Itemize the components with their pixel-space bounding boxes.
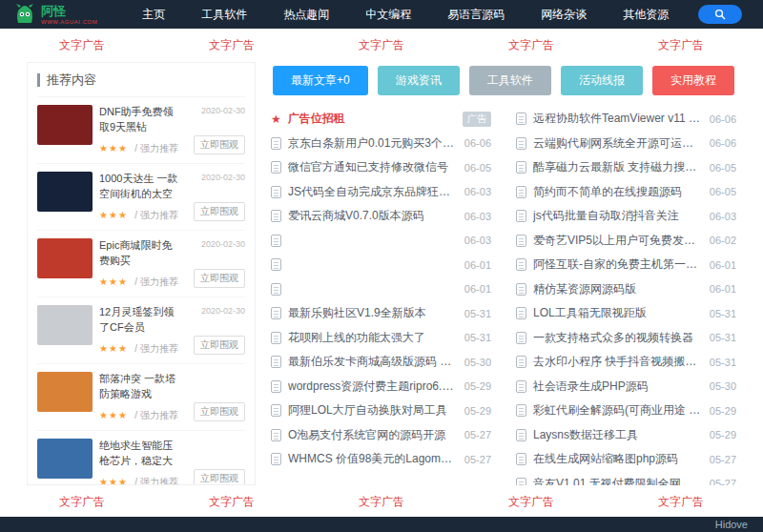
article-row[interactable]: wordpress资源付费主题ripro6.7含美化包教程 05-29: [271, 375, 491, 399]
article-row[interactable]: 云端购代刷网系统全开源可运营程序搭建 06-06: [516, 132, 736, 156]
recommended-item[interactable]: 1000天达生 一款空间街机的太空模拟经营游戏 ★★★ / 强力推荐 2020-…: [37, 164, 245, 231]
article-title: 酷享磁力云最新版 支持磁力搜索下载和一键推送: [533, 159, 703, 175]
article-date: 06-03: [464, 186, 491, 197]
recommend-note: / 强力推荐: [134, 343, 178, 354]
text-ad-link[interactable]: 文字广告: [508, 494, 554, 510]
category-button[interactable]: 游戏资讯: [378, 66, 460, 95]
view-now-button[interactable]: 立即围观: [194, 135, 245, 154]
article-row[interactable]: 06-01: [271, 253, 491, 277]
footer: Hidove: [0, 517, 763, 532]
recommended-list: DNF助手免费领取9天黑钻 ★★★ / 强力推荐 2020-02-30 立即围观: [37, 97, 245, 485]
nav-link[interactable]: 中文编程: [365, 7, 411, 23]
text-ad-link[interactable]: 文字广告: [658, 494, 704, 510]
article-row[interactable]: Laysns数据迁移工具 05-29: [516, 423, 736, 448]
article-row[interactable]: WHMCS 价值98美元的Lagom主题模板开源 05-27: [271, 447, 491, 472]
article-row[interactable]: 06-03: [271, 229, 491, 254]
article-row[interactable]: 彩虹代刷全解源码(可商业用途 防黑) 05-29: [516, 399, 736, 423]
article-date: 05-29: [464, 405, 491, 417]
article-row[interactable]: 京东白条新用户0.01元购买3个月爱奇艺黄金VIP 06-06: [271, 132, 491, 156]
article-title: 在线生成网站缩略图php源码: [533, 451, 703, 467]
recommended-item-meta: ★★★ / 强力推荐: [99, 138, 181, 155]
view-now-button[interactable]: 立即围观: [194, 202, 245, 221]
recommended-item[interactable]: DNF助手免费领取9天黑钻 ★★★ / 强力推荐 2020-02-30 立即围观: [37, 97, 245, 164]
recommended-item-title: 1000天达生 一款空间街机的太空模拟经营游戏: [99, 172, 181, 202]
search-button[interactable]: [698, 5, 742, 24]
article-row[interactable]: 酷享磁力云最新版 支持磁力搜索下载和一键推送 06-05: [516, 155, 736, 180]
article-row[interactable]: 06-01: [271, 277, 491, 302]
article-title: 最新乐购社区V1.9全新版本: [288, 305, 458, 321]
nav-link[interactable]: 其他资源: [623, 7, 669, 23]
article-date: 06-02: [710, 235, 736, 246]
nav-link[interactable]: 工具软件: [201, 7, 247, 23]
recommended-item-meta: ★★★ / 强力推荐: [99, 472, 181, 485]
article-row[interactable]: 最新乐购社区V1.9全新版本 05-31: [271, 301, 491, 326]
recommended-item-meta: ★★★ / 强力推荐: [99, 205, 181, 222]
nav-link[interactable]: 热点趣闻: [283, 7, 329, 23]
text-ad-link[interactable]: 文字广告: [508, 37, 554, 53]
document-icon: [271, 429, 281, 441]
article-row[interactable]: 爱奇艺VIP5以上用户可免费发爱奇艺VIP红包 06-02: [516, 229, 736, 254]
logo-subtitle: WWW.AGUAI.COM: [41, 19, 97, 25]
thumbnail-image: [37, 439, 93, 479]
recommended-item-date: 2020-02-30: [201, 239, 245, 249]
text-ad-link[interactable]: 文字广告: [359, 37, 404, 53]
article-row[interactable]: 简约而不简单的在线搜题源码 06-05: [516, 180, 736, 205]
document-icon: [271, 258, 281, 271]
article-row[interactable]: 一款支持格式众多的视频转换器 05-31: [516, 326, 736, 351]
logo-title: 阿怪: [41, 5, 97, 17]
article-row[interactable]: 去水印小程序 快手抖音视频搬运工上热门必备 05-31: [516, 350, 736, 375]
article-row[interactable]: 最新伯乐发卡商城高级版源码 无后门 05-30: [271, 350, 491, 375]
article-date: 06-01: [710, 283, 736, 295]
recommended-item-title: 12月灵瑶签到领了CF会员: [99, 305, 181, 336]
logo-text: 阿怪 WWW.AGUAI.COM: [41, 5, 97, 25]
article-date: 05-29: [710, 429, 736, 440]
category-button[interactable]: 实用教程: [652, 66, 734, 95]
article-row[interactable]: O泡易支付系统官网的源码开源 05-27: [271, 423, 491, 448]
thumbnail-image: [37, 105, 93, 145]
document-icon: [516, 478, 526, 485]
text-ad-link[interactable]: 文字广告: [59, 37, 105, 53]
article-row[interactable]: 在线生成网站缩略图php源码 05-27: [516, 447, 736, 472]
article-row[interactable]: 爱讯云商城V0.7.0版本源码 06-03: [271, 204, 491, 229]
article-date: 05-29: [464, 380, 491, 392]
monster-logo-icon: [13, 3, 36, 26]
site-logo[interactable]: 阿怪 WWW.AGUAI.COM: [13, 3, 97, 26]
recommended-item[interactable]: 绝地求生智能压枪芯片，稳定大号使用，永久免费 ★★★ / 强力推荐 立即围观: [37, 431, 245, 485]
document-icon: [271, 404, 281, 417]
recommended-item[interactable]: 部落冲突 一款塔防策略游戏 ★★★ / 强力推荐 立即围观: [37, 364, 245, 431]
category-button[interactable]: 工具软件: [469, 66, 551, 95]
text-ad-link[interactable]: 文字广告: [209, 37, 255, 53]
article-row[interactable]: JS代码全自动完成京东品牌狂欢城活动任务 06-03: [271, 180, 491, 205]
view-now-button[interactable]: 立即围观: [194, 269, 245, 288]
article-row[interactable]: 音友V1.01 无视付费限制全网音乐无损免费下载 05-27: [516, 472, 736, 486]
text-ad-link[interactable]: 文字广告: [59, 494, 105, 510]
view-now-button[interactable]: 立即围观: [194, 336, 245, 355]
text-ad-link[interactable]: 文字广告: [658, 37, 704, 53]
text-ad-link[interactable]: 文字广告: [359, 494, 404, 510]
recommended-item[interactable]: 12月灵瑶签到领了CF会员 ★★★ / 强力推荐 2020-02-30 立即围观: [37, 297, 245, 364]
article-row[interactable]: 花呗刚上线的功能太强大了 05-31: [271, 326, 491, 351]
nav-link[interactable]: 主页: [142, 7, 165, 23]
article-row[interactable]: 精仿某资源网源码版 06-01: [516, 277, 736, 302]
view-now-button[interactable]: 立即围观: [194, 469, 245, 485]
article-row[interactable]: 阿狸LOL大厅自动换肤对局工具 05-29: [271, 399, 491, 423]
recommended-item-body: 1000天达生 一款空间街机的太空模拟经营游戏 ★★★ / 强力推荐: [99, 172, 181, 222]
article-row[interactable]: 微信官方通知已支持修改微信号 06-05: [271, 155, 491, 180]
article-date: 06-01: [464, 259, 491, 271]
article-row[interactable]: 阿怪互联-自家的免费主机第一批正式开通 06-01: [516, 253, 736, 277]
article-row[interactable]: 远程协助软件TeamViewer v11 单文件版 06-06: [516, 107, 736, 132]
text-ad-link[interactable]: 文字广告: [209, 494, 255, 510]
category-button[interactable]: 最新文章+0: [273, 66, 368, 95]
view-now-button[interactable]: 立即围观: [194, 402, 245, 421]
category-button[interactable]: 活动线报: [561, 66, 643, 95]
article-row[interactable]: js代码批量自动取消抖音关注 06-03: [516, 204, 736, 229]
nav-link[interactable]: 易语言源码: [447, 7, 505, 23]
document-icon: [516, 307, 526, 319]
article-row[interactable]: 社会语录生成PHP源码 05-30: [516, 375, 736, 399]
recommend-note: / 强力推荐: [134, 477, 178, 485]
article-title: 一款支持格式众多的视频转换器: [533, 330, 703, 346]
recommended-item[interactable]: Epic商城限时免费购买《SUPERHOT》游戏 ★★★ / 强力推荐 2020…: [37, 231, 245, 297]
ad-slot-row[interactable]: ★ 广告位招租 广告: [271, 107, 491, 132]
article-row[interactable]: LOL工具箱无限视距版 05-31: [516, 301, 736, 326]
nav-link[interactable]: 网络杂谈: [541, 7, 587, 23]
